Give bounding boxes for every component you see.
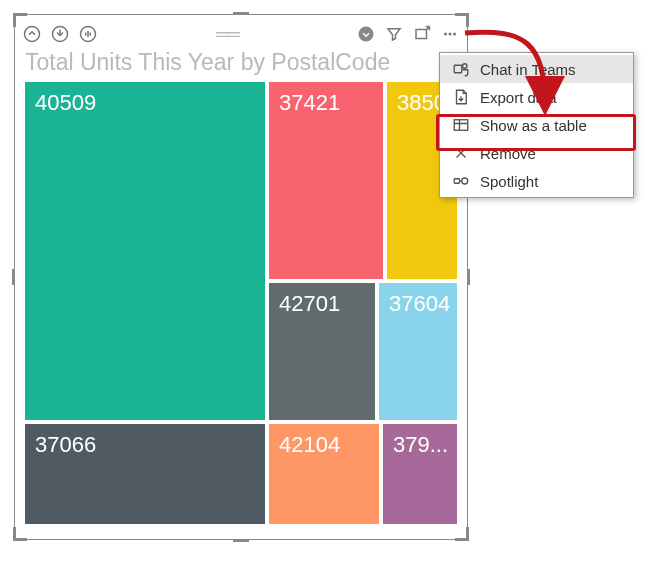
svg-point-3: [359, 27, 374, 42]
selection-corner: [13, 13, 27, 27]
visual-title: Total Units This Year by PostalCode: [15, 49, 467, 82]
svg-point-0: [25, 27, 40, 42]
svg-rect-8: [454, 65, 462, 73]
treemap-cell[interactable]: 40509: [25, 82, 265, 420]
teams-icon: [452, 60, 470, 78]
svg-point-5: [444, 33, 447, 36]
menu-label: Export data: [480, 89, 557, 106]
treemap-cell[interactable]: 37604: [379, 283, 457, 420]
svg-point-7: [453, 33, 456, 36]
menu-remove[interactable]: Remove: [440, 139, 633, 167]
table-icon: [452, 116, 470, 134]
treemap-chart[interactable]: 40509370663742138501427013760442104379..…: [25, 82, 457, 524]
svg-rect-11: [454, 179, 459, 184]
visual-container[interactable]: ══ Total Units This Year by PostalCode 4…: [14, 14, 468, 540]
spotlight-icon: [452, 172, 470, 190]
drag-handle-icon[interactable]: ══: [214, 24, 240, 45]
drill-mode-icon[interactable]: [355, 23, 377, 45]
treemap-cell[interactable]: 37066: [25, 424, 265, 524]
svg-point-12: [462, 178, 468, 184]
svg-point-6: [449, 33, 452, 36]
selection-corner: [13, 527, 27, 541]
menu-label: Remove: [480, 145, 536, 162]
export-icon: [452, 88, 470, 106]
remove-icon: [452, 144, 470, 162]
treemap-cell[interactable]: 37421: [269, 82, 383, 279]
context-menu: Chat in Teams Export data Show as a tabl…: [439, 52, 634, 198]
svg-rect-10: [454, 120, 468, 131]
svg-point-9: [463, 64, 468, 69]
selection-handle[interactable]: [467, 269, 470, 285]
menu-show-as-table[interactable]: Show as a table: [440, 111, 633, 139]
menu-label: Chat in Teams: [480, 61, 576, 78]
focus-mode-icon[interactable]: [411, 23, 433, 45]
menu-label: Show as a table: [480, 117, 587, 134]
svg-rect-4: [416, 30, 427, 39]
selection-corner: [455, 527, 469, 541]
visual-header: ══: [15, 15, 467, 49]
treemap-cell[interactable]: 379...: [383, 424, 457, 524]
selection-handle[interactable]: [233, 539, 249, 542]
filter-icon[interactable]: [383, 23, 405, 45]
selection-corner: [455, 13, 469, 27]
drill-down-icon[interactable]: [49, 23, 71, 45]
menu-label: Spotlight: [480, 173, 538, 190]
treemap-cell[interactable]: 42104: [269, 424, 379, 524]
expand-all-icon[interactable]: [77, 23, 99, 45]
selection-handle[interactable]: [233, 12, 249, 15]
treemap-cell[interactable]: 42701: [269, 283, 375, 420]
menu-spotlight[interactable]: Spotlight: [440, 167, 633, 195]
menu-chat-in-teams[interactable]: Chat in Teams: [440, 55, 633, 83]
menu-export-data[interactable]: Export data: [440, 83, 633, 111]
selection-handle[interactable]: [12, 269, 15, 285]
